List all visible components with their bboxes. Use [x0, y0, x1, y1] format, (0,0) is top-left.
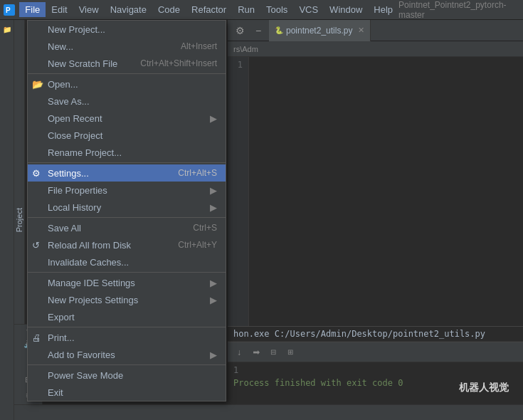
menu-item-label: Print...	[48, 332, 75, 343]
menu-item-label: Settings...	[48, 168, 89, 179]
menu-item-label: Manage IDE Settings	[48, 278, 135, 288]
menu-item-save-as[interactable]: Save As...	[28, 93, 226, 110]
menu-item-label: Exit	[48, 387, 63, 398]
menu-item-shortcut: Alt+Insert	[181, 41, 217, 51]
menu-separator-5	[28, 327, 226, 327]
menu-item-invalidate-caches[interactable]: Invalidate Caches...	[28, 253, 226, 271]
menu-item-export[interactable]: Export	[28, 308, 226, 325]
menu-item-open[interactable]: 📂 Open...	[28, 75, 226, 93]
menu-run[interactable]: Run	[232, 2, 260, 17]
menu-item-shortcut: Ctrl+Alt+S	[178, 168, 217, 178]
menu-item-file-properties[interactable]: File Properties ▶	[28, 182, 226, 199]
menu-file[interactable]: File	[19, 2, 46, 17]
terminal-output-text: Process finished with exit code 0	[233, 378, 403, 388]
menu-item-open-recent[interactable]: Open Recent ▶	[28, 110, 226, 127]
arrow-right-icon: ▶	[210, 278, 217, 288]
terminal-expand-btn[interactable]: ⊞	[283, 345, 297, 359]
menu-item-label: New...	[48, 41, 73, 52]
breadcrumb-path: rs\Adm	[233, 45, 258, 53]
sidebar-project-icon[interactable]: 📁	[1, 23, 14, 36]
menu-item-power-save[interactable]: Power Save Mode	[28, 367, 226, 384]
project-label: Project	[15, 208, 23, 232]
terminal-toolbar: ↓ ⬆ ⊟ ⊞	[228, 342, 523, 362]
folder-icon: 📂	[32, 79, 43, 90]
menu-item-shortcut: Ctrl+S	[193, 223, 217, 233]
menu-separator-3	[28, 217, 226, 218]
menu-vcs[interactable]: VCS	[293, 2, 324, 17]
arrow-right-icon: ▶	[210, 202, 217, 213]
svg-text:P: P	[6, 6, 11, 14]
menu-item-label: Local History	[48, 202, 101, 213]
menu-item-label: Open Recent	[48, 113, 102, 124]
menu-item-label: New Scratch File	[48, 58, 117, 69]
menu-separator-1	[28, 73, 226, 74]
menu-item-label: New Project...	[48, 24, 105, 35]
menu-item-label: Save All	[48, 223, 81, 233]
menu-item-add-to-favorites[interactable]: Add to Favorites ▶	[28, 346, 226, 363]
menu-item-label: New Projects Settings	[48, 295, 138, 305]
menu-tools[interactable]: Tools	[260, 2, 293, 17]
terminal-up-btn[interactable]: ⬆	[249, 345, 263, 359]
menu-item-new-projects-settings[interactable]: New Projects Settings ▶	[28, 291, 226, 308]
editor-toolbar: ⚙ − 🐍 pointnet2_utils.py ✕	[228, 20, 523, 41]
terminal-settings-btn[interactable]: ⊟	[266, 345, 280, 359]
tab-filename: pointnet2_utils.py	[286, 26, 352, 36]
run-command-bar: hon.exe C:/Users/Admin/Desktop/pointnet2…	[228, 326, 523, 342]
menubar: P File Edit View Navigate Code Refactor …	[0, 0, 523, 20]
menu-item-label: File Properties	[48, 185, 107, 196]
python-file-icon: 🐍	[275, 26, 283, 34]
menu-item-new-scratch[interactable]: New Scratch File Ctrl+Alt+Shift+Insert	[28, 55, 226, 72]
tab-close-icon[interactable]: ✕	[358, 26, 364, 35]
menu-help[interactable]: Help	[368, 2, 398, 17]
bottom-bar	[14, 404, 523, 420]
menu-navigate[interactable]: Navigate	[105, 2, 152, 17]
print-icon: 🖨	[32, 332, 41, 343]
menu-item-close-project[interactable]: Close Project	[28, 127, 226, 144]
menu-item-label: Invalidate Caches...	[48, 257, 129, 268]
menu-edit[interactable]: Edit	[46, 2, 73, 17]
menu-item-label: Add to Favorites	[48, 350, 115, 360]
terminal-down-btn[interactable]: ↓	[232, 345, 246, 359]
menu-separator-2	[28, 162, 226, 163]
menu-item-label: Power Save Mode	[48, 370, 123, 381]
menu-item-label: Export	[48, 312, 75, 322]
menu-item-label: Open...	[48, 79, 78, 90]
menu-separator-6	[28, 364, 226, 365]
menu-refactor[interactable]: Refactor	[186, 2, 232, 17]
file-dropdown-menu: New Project... New... Alt+Insert New Scr…	[27, 20, 226, 401]
arrow-right-icon: ▶	[210, 185, 217, 196]
menu-item-manage-ide[interactable]: Manage IDE Settings ▶	[28, 274, 226, 291]
menu-item-exit[interactable]: Exit	[28, 384, 226, 401]
minus-toolbar-btn[interactable]: −	[250, 23, 266, 38]
menu-window[interactable]: Window	[324, 2, 368, 17]
menu-item-local-history[interactable]: Local History ▶	[28, 199, 226, 216]
terminal-line-number: 1	[233, 365, 238, 375]
menu-item-reload-all[interactable]: ↺ Reload All from Disk Ctrl+Alt+Y	[28, 236, 226, 253]
settings-toolbar-btn[interactable]: ⚙	[232, 23, 248, 38]
menu-view[interactable]: View	[73, 2, 105, 17]
menu-item-new-project[interactable]: New Project...	[28, 21, 226, 38]
reload-icon: ↺	[32, 240, 40, 251]
watermark: 机器人视觉	[459, 382, 509, 394]
menu-item-label: Save As...	[48, 96, 90, 107]
menu-item-label: Close Project	[48, 130, 102, 141]
run-command-text: hon.exe C:/Users/Admin/Desktop/pointnet2…	[233, 329, 485, 339]
settings-icon: ⚙	[32, 168, 41, 179]
menu-code[interactable]: Code	[152, 2, 186, 17]
arrow-right-icon: ▶	[210, 113, 217, 124]
line-number-1: 1	[233, 60, 243, 70]
menu-item-save-all[interactable]: Save All Ctrl+S	[28, 219, 226, 236]
terminal-line-1: 1	[233, 365, 517, 375]
menu-item-new[interactable]: New... Alt+Insert	[28, 38, 226, 55]
app-logo: P	[3, 3, 15, 17]
editor-tab-python[interactable]: 🐍 pointnet2_utils.py ✕	[269, 20, 371, 41]
left-sidebar: 📁	[0, 20, 14, 420]
menu-item-rename-project[interactable]: Rename Project...	[28, 144, 226, 161]
menu-item-label: Rename Project...	[48, 147, 122, 158]
menu-item-print[interactable]: 🖨 Print...	[28, 329, 226, 346]
menu-item-settings[interactable]: ⚙ Settings... Ctrl+Alt+S	[28, 164, 226, 182]
arrow-right-icon: ▶	[210, 295, 217, 305]
arrow-right-icon: ▶	[210, 350, 217, 360]
menu-item-shortcut: Ctrl+Alt+Shift+Insert	[140, 58, 217, 68]
menu-separator-4	[28, 272, 226, 273]
